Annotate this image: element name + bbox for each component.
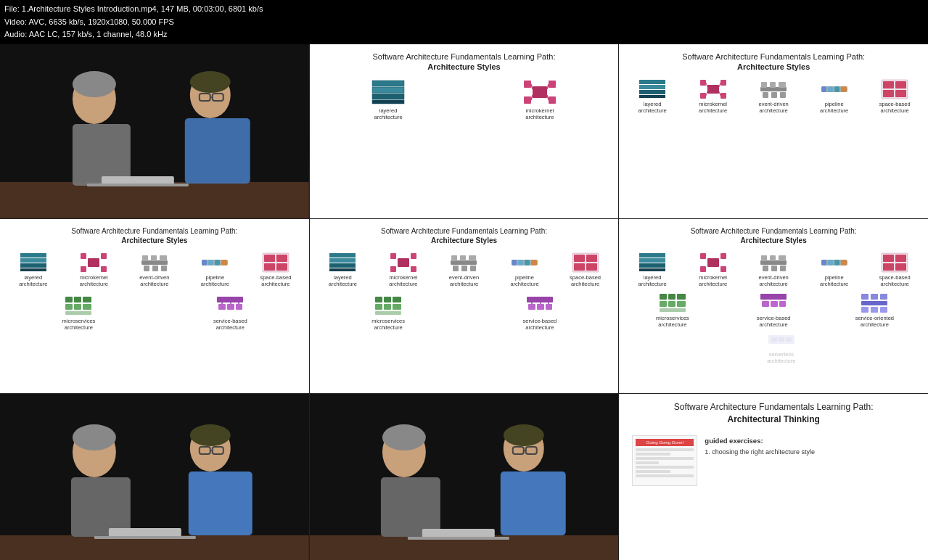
svg-rect-89 [217,297,243,302]
svg-rect-132 [546,304,552,310]
svg-rect-177 [861,307,869,313]
exercise-label: guided exercises: [705,435,815,446]
svg-rect-85 [65,304,73,310]
microkernel-label: microkernelarchitecture [525,107,554,120]
svg-rect-61 [81,253,86,259]
ai-ed: event-drivenarchitecture [139,252,169,287]
svg-rect-124 [393,297,401,302]
svg-rect-121 [586,263,597,271]
svg-rect-104 [411,266,416,272]
svg-rect-175 [871,294,878,300]
arch-item-pl1: pipelinearchitecture [820,79,848,114]
svg-rect-167 [677,301,686,307]
svg-rect-130 [528,304,535,310]
svg-rect-1 [0,182,309,218]
svg-rect-138 [639,263,665,268]
svg-rect-111 [470,265,476,271]
svg-rect-196 [94,536,196,539]
svg-rect-179 [880,307,887,313]
exercise-text: guided exercises: 1. choosing the right … [705,435,815,457]
layered-icon [371,79,406,105]
svg-rect-126 [384,304,391,310]
svg-rect-149 [763,265,768,271]
svg-rect-162 [660,294,667,300]
svg-rect-30 [707,85,719,94]
svg-rect-116 [531,260,537,265]
svg-rect-173 [861,301,887,305]
svg-rect-128 [375,311,401,315]
svg-rect-194 [189,472,252,535]
arch-item-mk1: microkernelarchitecture [699,79,727,114]
svg-rect-118 [574,255,585,262]
svg-rect-159 [895,255,906,262]
svg-rect-83 [74,297,81,302]
svg-rect-107 [460,255,466,261]
microkernel-icon [522,79,557,105]
ai-mk: microkernelarchitecture [80,252,108,287]
mk1-label: microkernelarchitecture [699,101,727,114]
svg-rect-41 [770,82,776,88]
svg-rect-165 [660,301,667,307]
svg-rect-64 [101,266,107,272]
svg-rect-140 [707,258,719,267]
svg-rect-92 [236,304,242,310]
svg-rect-45 [780,92,786,98]
info-bar: File: 1.Architecture Styles Introduction… [0,0,928,44]
svg-rect-57 [20,258,46,263]
exercise-item-1: 1. choosing the right architecture style [705,447,815,457]
slide-title-1-2: Software Architecture Fundamentals Learn… [373,52,556,73]
svg-rect-67 [151,255,157,261]
svg-rect-53 [895,81,906,88]
svg-rect-144 [720,266,726,272]
svg-rect-29 [639,95,665,98]
sb1-label: space-basedarchitecture [879,101,911,114]
svg-rect-147 [770,255,776,261]
svg-rect-10 [185,118,250,184]
slide-cell-3-3: Software Architecture Fundamentals Learn… [619,394,928,560]
arch-icons-row2-2-1: microservicesarchitecture service-baseda… [6,296,303,331]
svg-rect-68 [160,255,167,261]
arch-icons-row1-2-2: layeredarchitecture microkernelarchitect… [316,252,613,287]
svg-rect-81 [276,263,287,271]
video-cell-1[interactable] [0,44,309,218]
svg-rect-207 [500,472,565,535]
arch-icons-row1-2-3: layeredarchitecture microkernelarchitect… [625,252,922,287]
svg-rect-27 [639,85,665,89]
svg-rect-201 [381,477,440,537]
slide-cell-2-3: Software Architecture Fundamentals Learn… [619,219,928,393]
presenters-1 [0,44,309,218]
svg-rect-17 [533,86,547,98]
svg-rect-171 [771,301,778,307]
presenters-3-2 [310,394,619,560]
slide-title-2-3: Software Architecture Fundamentals Learn… [691,226,857,245]
svg-rect-58 [20,263,46,268]
svg-rect-155 [834,260,839,265]
video-cell-3-2[interactable] [310,394,619,560]
svg-rect-151 [780,265,786,271]
svg-rect-146 [761,255,767,261]
svg-rect-26 [639,80,665,84]
svg-rect-40 [761,82,767,88]
svg-rect-129 [527,297,553,302]
video-cell-3-1[interactable] [0,394,309,560]
svg-rect-102 [411,253,416,259]
svg-rect-52 [883,81,894,88]
svg-rect-164 [677,294,686,300]
svg-rect-109 [453,265,459,271]
svg-rect-108 [469,255,476,261]
svg-rect-20 [524,96,531,104]
svg-rect-158 [883,255,894,262]
svg-rect-73 [202,260,207,265]
svg-rect-119 [586,255,597,262]
arch-icons-row2-2-2: microservicesarchitecture service-baseda… [316,296,613,331]
svg-line-36 [719,83,720,87]
svg-rect-110 [461,265,467,271]
svg-rect-142 [720,253,726,259]
svg-rect-69 [144,265,149,271]
arch-icons-2: layeredarchitecture [316,79,613,120]
svg-rect-209 [408,537,509,540]
exercise-area: Going Going Gone! guided exercises: 1. c… [625,435,922,486]
svg-rect-44 [771,92,777,98]
svg-point-200 [382,424,426,450]
svg-rect-160 [883,263,894,271]
